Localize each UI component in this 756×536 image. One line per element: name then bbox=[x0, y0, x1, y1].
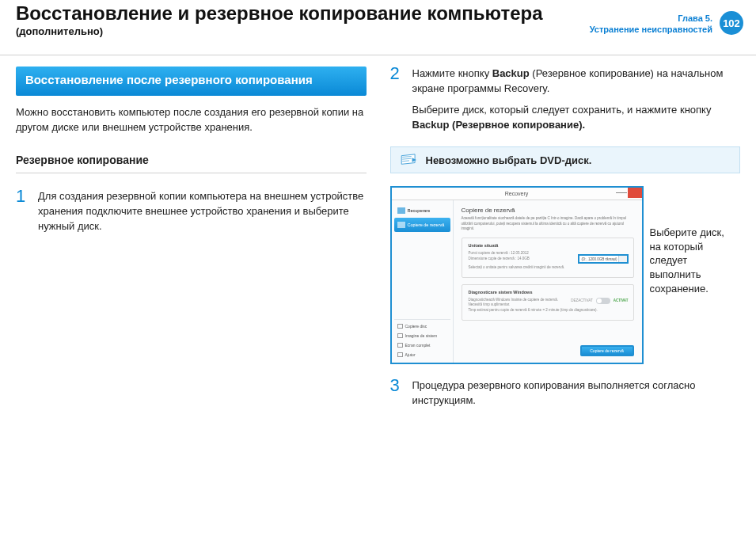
panel-drive: Unitate situată Punct copiere de rezervă… bbox=[462, 238, 634, 277]
step-2: 2 Нажмите кнопку Backup (Резервное копир… bbox=[390, 67, 741, 132]
sidebar-item-backup[interactable]: Copiere de rezervă bbox=[394, 218, 450, 232]
right-column: 2 Нажмите кнопку Backup (Резервное копир… bbox=[390, 67, 741, 418]
note-icon bbox=[401, 154, 418, 166]
window-title: Recovery bbox=[505, 191, 529, 196]
image-icon bbox=[397, 333, 403, 338]
sidebar-btn-fullscreen[interactable]: Ecran complet bbox=[394, 340, 450, 350]
help-icon bbox=[397, 352, 403, 357]
sidebar-btn-help[interactable]: Ajutor bbox=[394, 350, 450, 359]
toggle-switch-icon bbox=[596, 298, 610, 304]
main-heading: Copiere de rezervă bbox=[462, 207, 634, 214]
sidebar-item-recovery[interactable]: Recuperare bbox=[394, 203, 450, 218]
backup-icon bbox=[397, 222, 405, 228]
divider bbox=[16, 173, 367, 173]
page-number-badge: 102 bbox=[720, 11, 743, 35]
window-titlebar: Recovery bbox=[392, 188, 642, 200]
recovery-app-screenshot: Recovery Recuperare Copiere bbox=[390, 186, 644, 364]
close-icon[interactable] bbox=[628, 188, 642, 198]
backup-button[interactable]: Copiere de rezervă bbox=[580, 345, 634, 356]
backup-heading: Резервное копирование bbox=[16, 154, 367, 166]
panel-drive-title: Unitate situată bbox=[469, 243, 627, 248]
disk-icon bbox=[397, 324, 403, 329]
panel-diagnostics: Diagnosticare sistem Windows Diagnostich… bbox=[462, 284, 634, 321]
fullscreen-icon bbox=[397, 343, 403, 348]
step-2-text: Нажмите кнопку Backup (Резервное копиров… bbox=[412, 67, 741, 132]
diagnostics-toggle[interactable]: DEZACTIVAT ACTIVAT bbox=[571, 298, 628, 304]
app-main: Copiere de rezervă Această funcționalita… bbox=[454, 200, 642, 363]
step-number: 2 bbox=[390, 65, 405, 132]
note-box: Невозможно выбрать DVD-диск. bbox=[390, 146, 741, 173]
page-header: Восстановление и резервное копирование к… bbox=[0, 0, 756, 55]
main-description: Această funcționalitate stochează datele… bbox=[462, 216, 634, 231]
section-heading: Восстановление после резервного копирова… bbox=[16, 67, 367, 96]
note-text: Невозможно выбрать DVD-диск. bbox=[426, 154, 592, 166]
panel-diag-title: Diagnosticare sistem Windows bbox=[469, 290, 627, 295]
step-1: 1 Для создания резервной копии компьютер… bbox=[16, 189, 367, 234]
recovery-icon bbox=[397, 207, 405, 214]
minimize-icon[interactable] bbox=[616, 192, 627, 193]
left-column: Восстановление после резервного копирова… bbox=[16, 67, 367, 418]
app-sidebar: Recuperare Copiere de rezervă Copiere di… bbox=[392, 200, 454, 363]
section-intro: Можно восстановить компьютер после созда… bbox=[16, 105, 367, 135]
step-number: 3 bbox=[390, 377, 405, 409]
sidebar-btn-diskcopy[interactable]: Copiere disc bbox=[394, 321, 450, 331]
step-number: 1 bbox=[16, 188, 30, 234]
step-3-text: Процедура резервного копирования выполня… bbox=[412, 378, 741, 409]
step-3: 3 Процедура резервного копирования выпол… bbox=[390, 378, 741, 409]
screenshot-group: Recovery Recuperare Copiere bbox=[390, 186, 741, 364]
screenshot-callout: Выберите диск, на который следует выполн… bbox=[650, 226, 729, 295]
disk-select-dropdown[interactable]: (D:, 1200.0GB rămași) bbox=[578, 254, 629, 264]
sidebar-btn-sysimage[interactable]: Imagine de sistem bbox=[394, 331, 450, 340]
step-1-text: Для создания резервной копии компьютера … bbox=[38, 189, 367, 234]
chapter-label: Глава 5. Устранение неисправностей bbox=[590, 13, 712, 36]
